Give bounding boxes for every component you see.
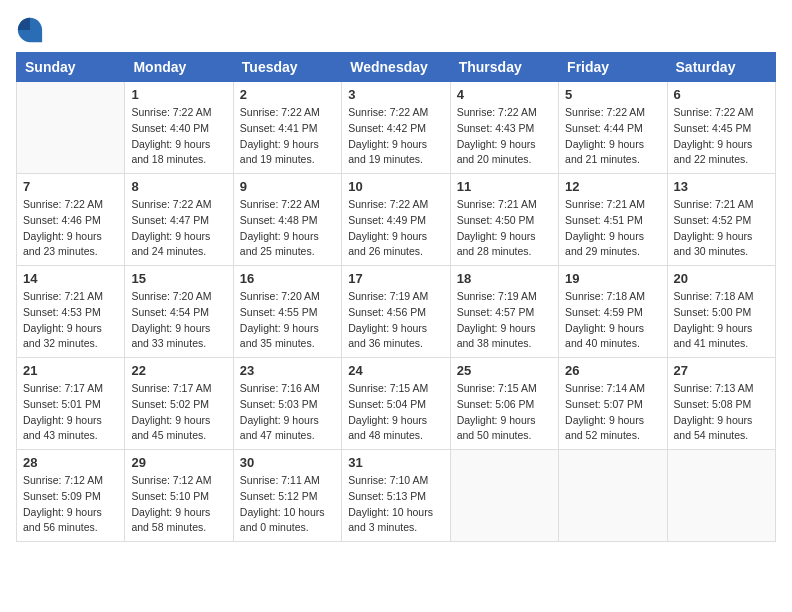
day-number: 6 (674, 87, 769, 102)
calendar-header-row: SundayMondayTuesdayWednesdayThursdayFrid… (17, 53, 776, 82)
calendar-table: SundayMondayTuesdayWednesdayThursdayFrid… (16, 52, 776, 542)
day-info: Sunrise: 7:22 AM Sunset: 4:49 PM Dayligh… (348, 197, 443, 260)
day-number: 7 (23, 179, 118, 194)
day-info: Sunrise: 7:22 AM Sunset: 4:42 PM Dayligh… (348, 105, 443, 168)
calendar-week-4: 21Sunrise: 7:17 AM Sunset: 5:01 PM Dayli… (17, 358, 776, 450)
calendar-cell: 12Sunrise: 7:21 AM Sunset: 4:51 PM Dayli… (559, 174, 667, 266)
day-number: 22 (131, 363, 226, 378)
calendar-cell: 19Sunrise: 7:18 AM Sunset: 4:59 PM Dayli… (559, 266, 667, 358)
calendar-cell: 10Sunrise: 7:22 AM Sunset: 4:49 PM Dayli… (342, 174, 450, 266)
calendar-cell: 28Sunrise: 7:12 AM Sunset: 5:09 PM Dayli… (17, 450, 125, 542)
column-header-thursday: Thursday (450, 53, 558, 82)
calendar-cell: 11Sunrise: 7:21 AM Sunset: 4:50 PM Dayli… (450, 174, 558, 266)
calendar-cell: 3Sunrise: 7:22 AM Sunset: 4:42 PM Daylig… (342, 82, 450, 174)
calendar-cell: 20Sunrise: 7:18 AM Sunset: 5:00 PM Dayli… (667, 266, 775, 358)
day-number: 29 (131, 455, 226, 470)
day-number: 18 (457, 271, 552, 286)
column-header-friday: Friday (559, 53, 667, 82)
calendar-cell: 9Sunrise: 7:22 AM Sunset: 4:48 PM Daylig… (233, 174, 341, 266)
calendar-cell: 16Sunrise: 7:20 AM Sunset: 4:55 PM Dayli… (233, 266, 341, 358)
calendar-cell: 4Sunrise: 7:22 AM Sunset: 4:43 PM Daylig… (450, 82, 558, 174)
day-info: Sunrise: 7:18 AM Sunset: 4:59 PM Dayligh… (565, 289, 660, 352)
calendar-cell: 21Sunrise: 7:17 AM Sunset: 5:01 PM Dayli… (17, 358, 125, 450)
calendar-cell: 6Sunrise: 7:22 AM Sunset: 4:45 PM Daylig… (667, 82, 775, 174)
calendar-cell: 8Sunrise: 7:22 AM Sunset: 4:47 PM Daylig… (125, 174, 233, 266)
day-number: 28 (23, 455, 118, 470)
calendar-cell: 23Sunrise: 7:16 AM Sunset: 5:03 PM Dayli… (233, 358, 341, 450)
day-info: Sunrise: 7:18 AM Sunset: 5:00 PM Dayligh… (674, 289, 769, 352)
day-info: Sunrise: 7:11 AM Sunset: 5:12 PM Dayligh… (240, 473, 335, 536)
calendar-cell: 22Sunrise: 7:17 AM Sunset: 5:02 PM Dayli… (125, 358, 233, 450)
calendar-cell (17, 82, 125, 174)
day-info: Sunrise: 7:21 AM Sunset: 4:51 PM Dayligh… (565, 197, 660, 260)
day-number: 15 (131, 271, 226, 286)
calendar-cell: 15Sunrise: 7:20 AM Sunset: 4:54 PM Dayli… (125, 266, 233, 358)
day-info: Sunrise: 7:22 AM Sunset: 4:47 PM Dayligh… (131, 197, 226, 260)
day-number: 10 (348, 179, 443, 194)
day-info: Sunrise: 7:21 AM Sunset: 4:52 PM Dayligh… (674, 197, 769, 260)
day-info: Sunrise: 7:22 AM Sunset: 4:45 PM Dayligh… (674, 105, 769, 168)
day-info: Sunrise: 7:22 AM Sunset: 4:41 PM Dayligh… (240, 105, 335, 168)
day-info: Sunrise: 7:22 AM Sunset: 4:40 PM Dayligh… (131, 105, 226, 168)
calendar-cell: 31Sunrise: 7:10 AM Sunset: 5:13 PM Dayli… (342, 450, 450, 542)
page-header (16, 16, 776, 44)
day-number: 30 (240, 455, 335, 470)
day-info: Sunrise: 7:17 AM Sunset: 5:02 PM Dayligh… (131, 381, 226, 444)
day-info: Sunrise: 7:14 AM Sunset: 5:07 PM Dayligh… (565, 381, 660, 444)
day-number: 21 (23, 363, 118, 378)
day-number: 25 (457, 363, 552, 378)
day-number: 24 (348, 363, 443, 378)
day-number: 12 (565, 179, 660, 194)
day-info: Sunrise: 7:17 AM Sunset: 5:01 PM Dayligh… (23, 381, 118, 444)
calendar-week-2: 7Sunrise: 7:22 AM Sunset: 4:46 PM Daylig… (17, 174, 776, 266)
calendar-week-5: 28Sunrise: 7:12 AM Sunset: 5:09 PM Dayli… (17, 450, 776, 542)
day-info: Sunrise: 7:21 AM Sunset: 4:53 PM Dayligh… (23, 289, 118, 352)
calendar-cell: 7Sunrise: 7:22 AM Sunset: 4:46 PM Daylig… (17, 174, 125, 266)
day-number: 19 (565, 271, 660, 286)
day-number: 31 (348, 455, 443, 470)
day-info: Sunrise: 7:22 AM Sunset: 4:43 PM Dayligh… (457, 105, 552, 168)
calendar-cell: 2Sunrise: 7:22 AM Sunset: 4:41 PM Daylig… (233, 82, 341, 174)
calendar-cell: 29Sunrise: 7:12 AM Sunset: 5:10 PM Dayli… (125, 450, 233, 542)
calendar-cell: 27Sunrise: 7:13 AM Sunset: 5:08 PM Dayli… (667, 358, 775, 450)
calendar-cell: 25Sunrise: 7:15 AM Sunset: 5:06 PM Dayli… (450, 358, 558, 450)
day-number: 16 (240, 271, 335, 286)
calendar-cell: 24Sunrise: 7:15 AM Sunset: 5:04 PM Dayli… (342, 358, 450, 450)
day-info: Sunrise: 7:19 AM Sunset: 4:57 PM Dayligh… (457, 289, 552, 352)
day-info: Sunrise: 7:21 AM Sunset: 4:50 PM Dayligh… (457, 197, 552, 260)
calendar-cell: 18Sunrise: 7:19 AM Sunset: 4:57 PM Dayli… (450, 266, 558, 358)
day-number: 27 (674, 363, 769, 378)
calendar-cell: 14Sunrise: 7:21 AM Sunset: 4:53 PM Dayli… (17, 266, 125, 358)
day-number: 14 (23, 271, 118, 286)
logo (16, 16, 48, 44)
day-info: Sunrise: 7:22 AM Sunset: 4:46 PM Dayligh… (23, 197, 118, 260)
day-number: 8 (131, 179, 226, 194)
day-info: Sunrise: 7:22 AM Sunset: 4:44 PM Dayligh… (565, 105, 660, 168)
day-number: 26 (565, 363, 660, 378)
calendar-cell: 5Sunrise: 7:22 AM Sunset: 4:44 PM Daylig… (559, 82, 667, 174)
day-number: 5 (565, 87, 660, 102)
day-info: Sunrise: 7:12 AM Sunset: 5:09 PM Dayligh… (23, 473, 118, 536)
day-info: Sunrise: 7:15 AM Sunset: 5:04 PM Dayligh… (348, 381, 443, 444)
day-number: 17 (348, 271, 443, 286)
day-info: Sunrise: 7:20 AM Sunset: 4:55 PM Dayligh… (240, 289, 335, 352)
day-info: Sunrise: 7:20 AM Sunset: 4:54 PM Dayligh… (131, 289, 226, 352)
column-header-tuesday: Tuesday (233, 53, 341, 82)
day-info: Sunrise: 7:22 AM Sunset: 4:48 PM Dayligh… (240, 197, 335, 260)
column-header-sunday: Sunday (17, 53, 125, 82)
calendar-cell: 13Sunrise: 7:21 AM Sunset: 4:52 PM Dayli… (667, 174, 775, 266)
logo-icon (16, 16, 44, 44)
day-number: 11 (457, 179, 552, 194)
day-number: 3 (348, 87, 443, 102)
calendar-cell (667, 450, 775, 542)
day-number: 4 (457, 87, 552, 102)
day-info: Sunrise: 7:19 AM Sunset: 4:56 PM Dayligh… (348, 289, 443, 352)
day-info: Sunrise: 7:10 AM Sunset: 5:13 PM Dayligh… (348, 473, 443, 536)
day-number: 9 (240, 179, 335, 194)
calendar-cell: 1Sunrise: 7:22 AM Sunset: 4:40 PM Daylig… (125, 82, 233, 174)
day-number: 20 (674, 271, 769, 286)
calendar-week-3: 14Sunrise: 7:21 AM Sunset: 4:53 PM Dayli… (17, 266, 776, 358)
day-number: 13 (674, 179, 769, 194)
calendar-cell: 30Sunrise: 7:11 AM Sunset: 5:12 PM Dayli… (233, 450, 341, 542)
day-number: 23 (240, 363, 335, 378)
